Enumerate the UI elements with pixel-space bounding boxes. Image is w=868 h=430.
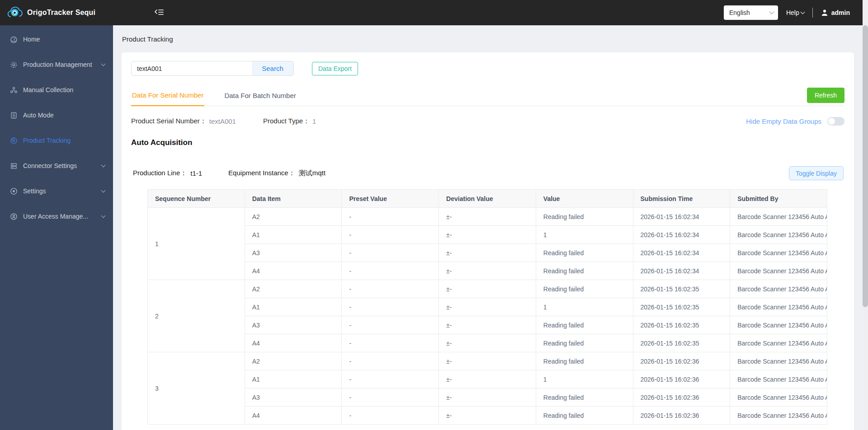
cell-preset-value: - bbox=[342, 298, 439, 316]
cell-submitted-by: Barcode Scanner 123456 Auto A bbox=[730, 262, 827, 280]
cell-submitted-by: Barcode Scanner 123456 Auto A bbox=[730, 388, 827, 407]
cell-submission-time: 2026-01-15 16:02:35 bbox=[633, 316, 730, 334]
cell-submission-time: 2026-01-15 16:02:34 bbox=[633, 208, 730, 226]
help-menu[interactable]: Help bbox=[786, 9, 804, 16]
production-line-label: Production Line： bbox=[133, 169, 187, 178]
sidebar-item-settings[interactable]: Settings bbox=[0, 178, 113, 204]
production-line-pair: Production Line： t1-1 bbox=[133, 169, 202, 178]
cell-value: 1 bbox=[536, 226, 633, 244]
sidebar-collapse-icon[interactable] bbox=[154, 9, 164, 17]
data-table: Sequence NumberData ItemPreset ValueDevi… bbox=[147, 189, 827, 425]
table-row: A4-±-Reading failed2026-01-15 16:02:34Ba… bbox=[148, 262, 827, 280]
cell-value: Reading failed bbox=[536, 352, 633, 370]
cell-deviation-value: ±- bbox=[439, 280, 536, 298]
sidebar-item-connector-settings[interactable]: Connector Settings bbox=[0, 153, 113, 178]
table-wrap: Sequence NumberData ItemPreset ValueDevi… bbox=[147, 189, 827, 425]
cell-value: Reading failed bbox=[536, 388, 633, 407]
language-select[interactable]: English bbox=[724, 5, 778, 20]
table-header-row: Sequence NumberData ItemPreset ValueDevi… bbox=[148, 190, 827, 208]
data-export-button[interactable]: Data Export bbox=[312, 62, 358, 75]
cell-data-item: A1 bbox=[245, 298, 342, 316]
cell-submitted-by: Barcode Scanner 123456 Auto A bbox=[730, 226, 827, 244]
cell-submitted-by: Barcode Scanner 123456 Auto A bbox=[730, 244, 827, 262]
cell-deviation-value: ±- bbox=[439, 388, 536, 407]
sidebar-item-manual-collection[interactable]: Manual Collection bbox=[0, 77, 113, 103]
cell-preset-value: - bbox=[342, 316, 439, 334]
column-header-sequence-number: Sequence Number bbox=[148, 190, 245, 208]
cell-data-item: A1 bbox=[245, 226, 342, 244]
cell-preset-value: - bbox=[342, 208, 439, 226]
cell-value: Reading failed bbox=[536, 262, 633, 280]
cell-sequence-number: 3 bbox=[148, 352, 245, 425]
serial-number-pair: Product Serial Number： textA001 bbox=[131, 117, 236, 126]
cell-data-item: A4 bbox=[245, 262, 342, 280]
cell-submission-time: 2026-01-15 16:02:36 bbox=[633, 352, 730, 370]
sidebar-item-user-access-manage[interactable]: User Access Manage... bbox=[0, 204, 113, 229]
table-row: A1-±-12026-01-15 16:02:35Barcode Scanner… bbox=[148, 298, 827, 316]
chevron-down-icon bbox=[101, 163, 106, 168]
serial-number-value: textA001 bbox=[209, 117, 236, 125]
sidebar-item-home[interactable]: Home bbox=[0, 27, 113, 52]
cell-preset-value: - bbox=[342, 388, 439, 407]
toggle-display-button[interactable]: Toggle Display bbox=[789, 166, 844, 180]
manual-collection-icon bbox=[10, 86, 18, 94]
table-row: A1-±-12026-01-15 16:02:34Barcode Scanner… bbox=[148, 226, 827, 244]
product-type-value: 1 bbox=[312, 117, 316, 125]
tabs-row: Data For Serial Number Data For Batch Nu… bbox=[131, 88, 844, 106]
cell-value: Reading failed bbox=[536, 244, 633, 262]
production-line-value: t1-1 bbox=[190, 169, 202, 177]
table-row: A3-±-Reading failed2026-01-15 16:02:35Ba… bbox=[148, 316, 827, 334]
user-icon bbox=[821, 9, 828, 16]
info-row: Product Serial Number： textA001 Product … bbox=[131, 117, 844, 126]
chevron-down-icon bbox=[101, 62, 106, 66]
cell-preset-value: - bbox=[342, 244, 439, 262]
content-card: Search Data Export Data For Serial Numbe… bbox=[122, 52, 854, 430]
hide-empty-toggle[interactable] bbox=[827, 117, 844, 126]
cell-submission-time: 2026-01-15 16:02:34 bbox=[633, 226, 730, 244]
cell-sequence-number: 1 bbox=[148, 208, 245, 280]
cell-submitted-by: Barcode Scanner 123456 Auto A bbox=[730, 334, 827, 352]
cell-deviation-value: ±- bbox=[439, 244, 536, 262]
cell-submitted-by: Barcode Scanner 123456 Auto A bbox=[730, 407, 827, 425]
cell-submitted-by: Barcode Scanner 123456 Auto A bbox=[730, 370, 827, 388]
column-header-data-item: Data Item bbox=[245, 190, 342, 208]
cell-value: Reading failed bbox=[536, 280, 633, 298]
search-input[interactable] bbox=[132, 61, 252, 75]
product-type-label: Product Type： bbox=[263, 117, 310, 126]
cell-deviation-value: ±- bbox=[439, 298, 536, 316]
cell-data-item: A4 bbox=[245, 407, 342, 425]
cell-deviation-value: ±- bbox=[439, 262, 536, 280]
sidebar-item-production-management[interactable]: Production Management bbox=[0, 52, 113, 77]
serial-number-label: Product Serial Number： bbox=[131, 117, 207, 126]
chevron-down-icon bbox=[101, 214, 106, 218]
line-row: Production Line： t1-1 Equipment Instance… bbox=[131, 166, 844, 180]
scrollbar-thumb[interactable] bbox=[863, 25, 868, 307]
column-header-deviation-value: Deviation Value bbox=[439, 190, 536, 208]
cell-submitted-by: Barcode Scanner 123456 Auto A bbox=[730, 298, 827, 316]
sidebar-item-product-tracking[interactable]: Product Tracking bbox=[0, 128, 113, 153]
table-row: A3-±-Reading failed2026-01-15 16:02:36Ba… bbox=[148, 388, 827, 407]
sidebar-item-label: Production Management bbox=[23, 61, 102, 68]
toolbar-row: Search Data Export bbox=[131, 61, 844, 76]
table-row: A4-±-Reading failed2026-01-15 16:02:36Ba… bbox=[148, 407, 827, 425]
cell-submitted-by: Barcode Scanner 123456 Auto A bbox=[730, 208, 827, 226]
cell-submitted-by: Barcode Scanner 123456 Auto A bbox=[730, 280, 827, 298]
help-label: Help bbox=[786, 9, 799, 16]
cell-sequence-number: 2 bbox=[148, 280, 245, 352]
cell-deviation-value: ±- bbox=[439, 370, 536, 388]
tab-batch-number[interactable]: Data For Batch Number bbox=[223, 92, 297, 106]
sidebar-item-auto-mode[interactable]: Auto Mode bbox=[0, 103, 113, 128]
cell-deviation-value: ±- bbox=[439, 407, 536, 425]
search-button[interactable]: Search bbox=[252, 61, 293, 75]
cell-value: Reading failed bbox=[536, 334, 633, 352]
tab-serial-number[interactable]: Data For Serial Number bbox=[131, 91, 204, 106]
cell-preset-value: - bbox=[342, 280, 439, 298]
user-menu[interactable]: admin bbox=[821, 9, 850, 16]
cell-submission-time: 2026-01-15 16:02:36 bbox=[633, 388, 730, 407]
column-header-value: Value bbox=[536, 190, 633, 208]
refresh-button[interactable]: Refresh bbox=[807, 88, 844, 103]
hide-empty-label[interactable]: Hide Empty Data Groups bbox=[746, 117, 821, 125]
cell-submission-time: 2026-01-15 16:02:35 bbox=[633, 298, 730, 316]
cell-submission-time: 2026-01-15 16:02:35 bbox=[633, 280, 730, 298]
cell-data-item: A2 bbox=[245, 208, 342, 226]
